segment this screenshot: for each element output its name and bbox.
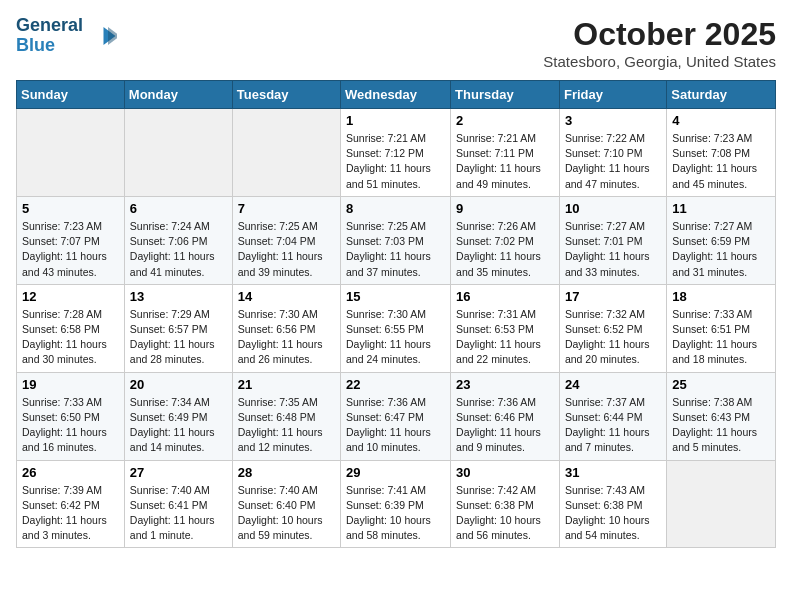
column-header-monday: Monday	[124, 81, 232, 109]
calendar-week-row: 12Sunrise: 7:28 AMSunset: 6:58 PMDayligh…	[17, 284, 776, 372]
calendar-cell: 12Sunrise: 7:28 AMSunset: 6:58 PMDayligh…	[17, 284, 125, 372]
calendar-header-row: SundayMondayTuesdayWednesdayThursdayFrid…	[17, 81, 776, 109]
logo-icon	[87, 21, 117, 51]
day-number: 15	[346, 289, 445, 304]
month-title: October 2025	[543, 16, 776, 53]
day-info: Sunrise: 7:40 AMSunset: 6:41 PMDaylight:…	[130, 483, 227, 544]
calendar-cell	[124, 109, 232, 197]
day-number: 18	[672, 289, 770, 304]
day-number: 7	[238, 201, 335, 216]
day-number: 9	[456, 201, 554, 216]
day-number: 14	[238, 289, 335, 304]
calendar-cell	[667, 460, 776, 548]
calendar-cell: 24Sunrise: 7:37 AMSunset: 6:44 PMDayligh…	[559, 372, 666, 460]
calendar-cell: 28Sunrise: 7:40 AMSunset: 6:40 PMDayligh…	[232, 460, 340, 548]
location: Statesboro, Georgia, United States	[543, 53, 776, 70]
calendar-cell: 16Sunrise: 7:31 AMSunset: 6:53 PMDayligh…	[451, 284, 560, 372]
day-number: 21	[238, 377, 335, 392]
day-number: 23	[456, 377, 554, 392]
day-info: Sunrise: 7:28 AMSunset: 6:58 PMDaylight:…	[22, 307, 119, 368]
column-header-saturday: Saturday	[667, 81, 776, 109]
day-info: Sunrise: 7:21 AMSunset: 7:12 PMDaylight:…	[346, 131, 445, 192]
day-info: Sunrise: 7:35 AMSunset: 6:48 PMDaylight:…	[238, 395, 335, 456]
calendar-table: SundayMondayTuesdayWednesdayThursdayFrid…	[16, 80, 776, 548]
day-info: Sunrise: 7:32 AMSunset: 6:52 PMDaylight:…	[565, 307, 661, 368]
day-number: 4	[672, 113, 770, 128]
calendar-cell: 9Sunrise: 7:26 AMSunset: 7:02 PMDaylight…	[451, 196, 560, 284]
calendar-cell: 8Sunrise: 7:25 AMSunset: 7:03 PMDaylight…	[341, 196, 451, 284]
day-number: 27	[130, 465, 227, 480]
day-info: Sunrise: 7:31 AMSunset: 6:53 PMDaylight:…	[456, 307, 554, 368]
day-info: Sunrise: 7:42 AMSunset: 6:38 PMDaylight:…	[456, 483, 554, 544]
day-number: 12	[22, 289, 119, 304]
calendar-cell: 20Sunrise: 7:34 AMSunset: 6:49 PMDayligh…	[124, 372, 232, 460]
day-info: Sunrise: 7:33 AMSunset: 6:51 PMDaylight:…	[672, 307, 770, 368]
day-info: Sunrise: 7:33 AMSunset: 6:50 PMDaylight:…	[22, 395, 119, 456]
title-block: October 2025 Statesboro, Georgia, United…	[543, 16, 776, 70]
calendar-cell: 18Sunrise: 7:33 AMSunset: 6:51 PMDayligh…	[667, 284, 776, 372]
day-number: 13	[130, 289, 227, 304]
calendar-cell	[17, 109, 125, 197]
day-number: 19	[22, 377, 119, 392]
calendar-week-row: 19Sunrise: 7:33 AMSunset: 6:50 PMDayligh…	[17, 372, 776, 460]
day-number: 20	[130, 377, 227, 392]
day-info: Sunrise: 7:36 AMSunset: 6:47 PMDaylight:…	[346, 395, 445, 456]
column-header-sunday: Sunday	[17, 81, 125, 109]
column-header-thursday: Thursday	[451, 81, 560, 109]
day-number: 26	[22, 465, 119, 480]
day-info: Sunrise: 7:25 AMSunset: 7:03 PMDaylight:…	[346, 219, 445, 280]
calendar-cell: 6Sunrise: 7:24 AMSunset: 7:06 PMDaylight…	[124, 196, 232, 284]
page-header: GeneralBlue October 2025 Statesboro, Geo…	[16, 16, 776, 70]
day-number: 28	[238, 465, 335, 480]
calendar-week-row: 5Sunrise: 7:23 AMSunset: 7:07 PMDaylight…	[17, 196, 776, 284]
column-header-wednesday: Wednesday	[341, 81, 451, 109]
day-number: 17	[565, 289, 661, 304]
calendar-cell: 21Sunrise: 7:35 AMSunset: 6:48 PMDayligh…	[232, 372, 340, 460]
day-info: Sunrise: 7:37 AMSunset: 6:44 PMDaylight:…	[565, 395, 661, 456]
calendar-cell: 10Sunrise: 7:27 AMSunset: 7:01 PMDayligh…	[559, 196, 666, 284]
day-number: 6	[130, 201, 227, 216]
calendar-cell: 11Sunrise: 7:27 AMSunset: 6:59 PMDayligh…	[667, 196, 776, 284]
day-info: Sunrise: 7:38 AMSunset: 6:43 PMDaylight:…	[672, 395, 770, 456]
day-info: Sunrise: 7:26 AMSunset: 7:02 PMDaylight:…	[456, 219, 554, 280]
calendar-cell: 27Sunrise: 7:40 AMSunset: 6:41 PMDayligh…	[124, 460, 232, 548]
day-number: 3	[565, 113, 661, 128]
calendar-cell	[232, 109, 340, 197]
day-info: Sunrise: 7:36 AMSunset: 6:46 PMDaylight:…	[456, 395, 554, 456]
calendar-cell: 29Sunrise: 7:41 AMSunset: 6:39 PMDayligh…	[341, 460, 451, 548]
calendar-week-row: 26Sunrise: 7:39 AMSunset: 6:42 PMDayligh…	[17, 460, 776, 548]
logo-text: GeneralBlue	[16, 16, 83, 56]
day-number: 30	[456, 465, 554, 480]
calendar-cell: 17Sunrise: 7:32 AMSunset: 6:52 PMDayligh…	[559, 284, 666, 372]
day-info: Sunrise: 7:40 AMSunset: 6:40 PMDaylight:…	[238, 483, 335, 544]
day-number: 16	[456, 289, 554, 304]
day-number: 25	[672, 377, 770, 392]
day-number: 11	[672, 201, 770, 216]
day-info: Sunrise: 7:41 AMSunset: 6:39 PMDaylight:…	[346, 483, 445, 544]
calendar-cell: 15Sunrise: 7:30 AMSunset: 6:55 PMDayligh…	[341, 284, 451, 372]
svg-marker-1	[108, 27, 117, 45]
day-info: Sunrise: 7:24 AMSunset: 7:06 PMDaylight:…	[130, 219, 227, 280]
calendar-body: 1Sunrise: 7:21 AMSunset: 7:12 PMDaylight…	[17, 109, 776, 548]
calendar-week-row: 1Sunrise: 7:21 AMSunset: 7:12 PMDaylight…	[17, 109, 776, 197]
day-info: Sunrise: 7:25 AMSunset: 7:04 PMDaylight:…	[238, 219, 335, 280]
day-number: 24	[565, 377, 661, 392]
column-header-friday: Friday	[559, 81, 666, 109]
day-number: 8	[346, 201, 445, 216]
calendar-cell: 7Sunrise: 7:25 AMSunset: 7:04 PMDaylight…	[232, 196, 340, 284]
day-info: Sunrise: 7:22 AMSunset: 7:10 PMDaylight:…	[565, 131, 661, 192]
calendar-cell: 14Sunrise: 7:30 AMSunset: 6:56 PMDayligh…	[232, 284, 340, 372]
day-info: Sunrise: 7:34 AMSunset: 6:49 PMDaylight:…	[130, 395, 227, 456]
day-number: 2	[456, 113, 554, 128]
calendar-cell: 30Sunrise: 7:42 AMSunset: 6:38 PMDayligh…	[451, 460, 560, 548]
day-info: Sunrise: 7:30 AMSunset: 6:55 PMDaylight:…	[346, 307, 445, 368]
calendar-cell: 25Sunrise: 7:38 AMSunset: 6:43 PMDayligh…	[667, 372, 776, 460]
calendar-cell: 26Sunrise: 7:39 AMSunset: 6:42 PMDayligh…	[17, 460, 125, 548]
day-info: Sunrise: 7:21 AMSunset: 7:11 PMDaylight:…	[456, 131, 554, 192]
day-number: 10	[565, 201, 661, 216]
calendar-cell: 31Sunrise: 7:43 AMSunset: 6:38 PMDayligh…	[559, 460, 666, 548]
column-header-tuesday: Tuesday	[232, 81, 340, 109]
day-info: Sunrise: 7:29 AMSunset: 6:57 PMDaylight:…	[130, 307, 227, 368]
day-number: 29	[346, 465, 445, 480]
calendar-cell: 22Sunrise: 7:36 AMSunset: 6:47 PMDayligh…	[341, 372, 451, 460]
